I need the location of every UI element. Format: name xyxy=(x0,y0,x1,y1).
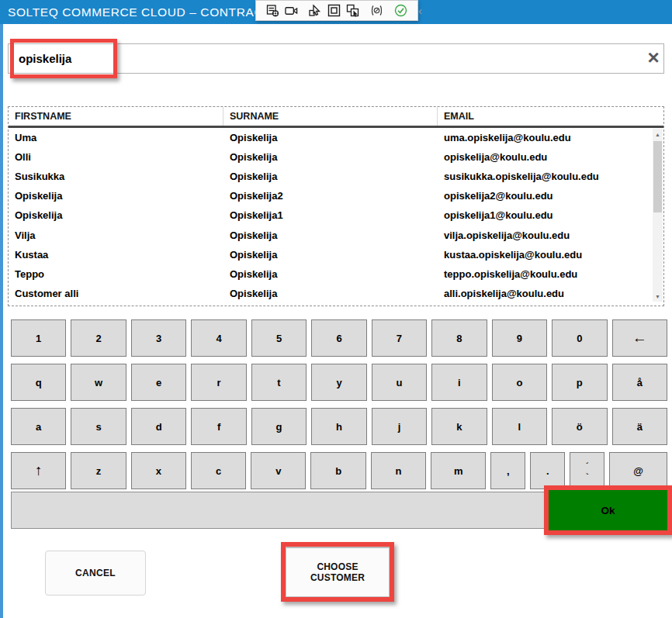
table-row[interactable]: Olli Opiskelija opiskelija@koulu.edu xyxy=(9,147,663,167)
table-scrollbar[interactable]: ▲ ▼ xyxy=(653,129,663,302)
cell-surname: Opiskelija xyxy=(223,288,438,299)
column-header-email[interactable]: EMAIL xyxy=(438,107,663,126)
key-c[interactable]: c xyxy=(191,452,246,489)
key-7[interactable]: 7 xyxy=(372,319,427,357)
scroll-up-icon[interactable]: ▲ xyxy=(653,129,663,140)
confirm-check-icon[interactable] xyxy=(394,4,407,17)
key-3[interactable]: 3 xyxy=(131,319,186,357)
cell-surname: Opiskelija xyxy=(223,132,438,143)
recorder-toolbar: ‹ xyxy=(255,0,418,21)
key-f[interactable]: f xyxy=(191,408,246,445)
key-g[interactable]: g xyxy=(251,408,307,445)
cell-firstname: Customer alli xyxy=(9,288,223,299)
camera-icon[interactable] xyxy=(285,4,298,17)
keyboard-row-2: q w e r t y u i o p å xyxy=(11,364,667,401)
key-b[interactable]: b xyxy=(310,452,365,489)
backspace-key[interactable]: ← xyxy=(612,319,667,357)
key-p[interactable]: p xyxy=(552,364,607,401)
cell-firstname: Olli xyxy=(9,151,223,163)
key-w[interactable]: w xyxy=(71,364,126,401)
cell-firstname: Uma xyxy=(9,132,223,143)
keyboard-row-3: a s d f g h j k l ö ä xyxy=(11,408,667,445)
key-n[interactable]: n xyxy=(371,452,426,489)
key-z[interactable]: z xyxy=(71,452,126,489)
key-i[interactable]: i xyxy=(431,364,487,401)
key-e[interactable]: e xyxy=(131,364,186,401)
key-8[interactable]: 8 xyxy=(431,319,487,357)
key-aring[interactable]: å xyxy=(612,364,667,401)
cancel-button[interactable]: CANCEL xyxy=(45,551,146,596)
cell-email: vilja.opiskelija@koulu.edu xyxy=(438,230,663,241)
collapse-chevron-icon[interactable]: ‹ xyxy=(418,5,422,16)
table-row[interactable]: Opiskelija Opiskelija2 opiskelija2@koulu… xyxy=(9,186,663,205)
key-odiaeresis[interactable]: ö xyxy=(552,408,607,445)
key-acute-accent[interactable]: ´ ` xyxy=(570,452,604,489)
choose-customer-button[interactable]: CHOOSE CUSTOMER xyxy=(286,547,390,597)
cell-email: kustaa.opiskelija@koulu.edu xyxy=(438,249,663,261)
key-adiaeresis[interactable]: ä xyxy=(612,408,667,445)
key-9[interactable]: 9 xyxy=(492,319,547,357)
column-header-surname[interactable]: SURNAME xyxy=(223,107,438,126)
key-6[interactable]: 6 xyxy=(311,319,366,357)
cell-email: alli.opiskelija@koulu.edu xyxy=(438,288,663,299)
key-q[interactable]: q xyxy=(11,364,66,401)
window-title: SOLTEQ COMMERCE CLOUD – CONTRACT CA xyxy=(8,5,293,19)
key-at[interactable]: @ xyxy=(609,452,667,489)
key-5[interactable]: 5 xyxy=(251,319,307,357)
scrollbar-thumb[interactable] xyxy=(653,141,662,212)
customer-search-input[interactable] xyxy=(8,43,664,74)
select-cursor-icon[interactable] xyxy=(309,4,322,17)
cell-surname: Opiskelija1 xyxy=(223,209,438,221)
region-icon[interactable] xyxy=(327,4,341,17)
ok-highlight-annotation: Ok xyxy=(544,485,672,535)
cell-surname: Opiskelija xyxy=(223,151,438,163)
key-comma[interactable]: , xyxy=(490,452,525,489)
key-s[interactable]: s xyxy=(71,408,126,445)
column-header-firstname[interactable]: FIRSTNAME xyxy=(9,107,223,126)
key-h[interactable]: h xyxy=(311,408,366,445)
key-l[interactable]: l xyxy=(492,408,547,445)
table-row[interactable]: Vilja Opiskelija vilja.opiskelija@koulu.… xyxy=(9,225,663,244)
ok-button[interactable]: Ok xyxy=(549,490,667,530)
keyboard-row-4: ↑ z x c v b n m , . ´ ` @ xyxy=(11,452,667,489)
cell-email: opiskelija2@koulu.edu xyxy=(438,190,663,202)
key-x[interactable]: x xyxy=(131,452,186,489)
table-row[interactable]: Opiskelija Opiskelija1 opiskelija1@koulu… xyxy=(9,205,663,225)
acute-top-mark: ´ xyxy=(586,463,589,468)
table-row[interactable]: Teppo Opiskelija teppo.opiskelija@koulu.… xyxy=(9,264,663,284)
table-row[interactable]: Susikukka Opiskelija susikukka.opiskelij… xyxy=(9,167,663,186)
cell-firstname: Opiskelija xyxy=(9,190,223,202)
table-row[interactable]: Uma Opiskelija uma.opiskelija@koulu.edu xyxy=(9,128,663,147)
key-t[interactable]: t xyxy=(251,364,307,401)
scroll-down-icon[interactable]: ▼ xyxy=(653,291,663,302)
key-2[interactable]: 2 xyxy=(71,319,126,357)
key-r[interactable]: r xyxy=(191,364,246,401)
parens-slash-icon[interactable] xyxy=(370,4,383,17)
key-d[interactable]: d xyxy=(131,408,186,445)
key-j[interactable]: j xyxy=(372,408,427,445)
window-left-border xyxy=(0,24,3,618)
table-row[interactable]: Kustaa Opiskelija kustaa.opiskelija@koul… xyxy=(9,245,663,264)
multi-region-icon[interactable] xyxy=(346,4,359,17)
table-row[interactable]: Customer alli Opiskelija alli.opiskelija… xyxy=(9,284,663,303)
key-y[interactable]: y xyxy=(311,364,366,401)
key-4[interactable]: 4 xyxy=(191,319,246,357)
cell-email: teppo.opiskelija@koulu.edu xyxy=(438,268,663,280)
cell-email: susikukka.opiskelija@koulu.edu xyxy=(438,171,663,182)
cell-surname: Opiskelija2 xyxy=(223,190,438,202)
key-o[interactable]: o xyxy=(492,364,547,401)
cell-firstname: Opiskelija xyxy=(9,209,223,221)
key-u[interactable]: u xyxy=(372,364,427,401)
clear-search-icon[interactable]: × xyxy=(645,45,662,70)
key-0[interactable]: 0 xyxy=(552,319,607,357)
capture-list-icon[interactable] xyxy=(266,4,279,17)
shift-key[interactable]: ↑ xyxy=(11,452,66,489)
onscreen-keyboard: 1 2 3 4 5 6 7 8 9 0 ← q w e r t y u i o … xyxy=(11,319,667,496)
key-a[interactable]: a xyxy=(11,408,66,445)
key-k[interactable]: k xyxy=(431,408,487,445)
acute-bottom-mark: ` xyxy=(586,474,589,478)
key-v[interactable]: v xyxy=(251,452,306,489)
key-1[interactable]: 1 xyxy=(11,319,66,357)
key-m[interactable]: m xyxy=(431,452,486,489)
key-period[interactable]: . xyxy=(530,452,565,489)
